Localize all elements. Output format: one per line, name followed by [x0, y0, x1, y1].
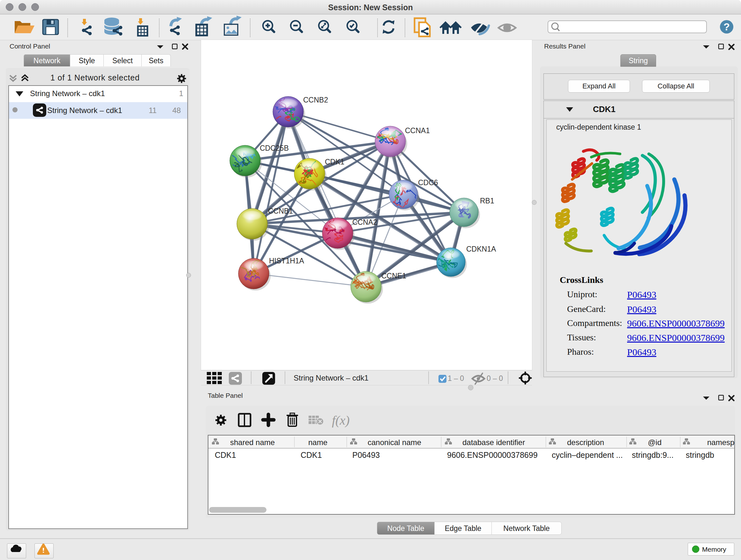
svg-text:CDC25B: CDC25B — [260, 144, 289, 152]
svg-text:RB1: RB1 — [480, 197, 494, 205]
svg-text:CDK1: CDK1 — [325, 158, 344, 166]
svg-text:CCNB2: CCNB2 — [303, 96, 328, 104]
svg-text:CDKN1A: CDKN1A — [466, 245, 496, 253]
svg-text:HIST1H1A: HIST1H1A — [269, 257, 305, 265]
svg-text:CCNE1: CCNE1 — [381, 272, 406, 280]
svg-text:CCNB1: CCNB1 — [268, 207, 293, 215]
svg-text:CCNA2: CCNA2 — [352, 218, 377, 226]
svg-text:CCNA1: CCNA1 — [405, 126, 430, 135]
svg-text:CDC6: CDC6 — [418, 179, 438, 187]
